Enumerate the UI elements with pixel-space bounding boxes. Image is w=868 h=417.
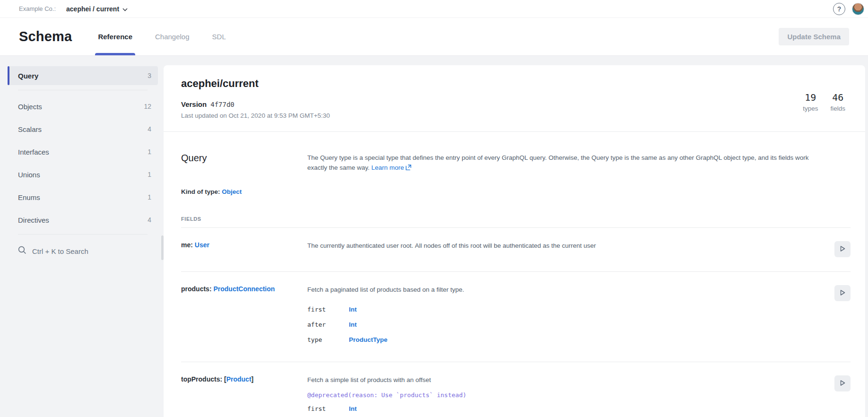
top-bar: Example Co.: acephei / current ?: [0, 0, 868, 18]
arg-type-link[interactable]: Int: [349, 306, 832, 313]
field-name: topProducts:: [181, 375, 224, 383]
arg-row: after Int: [307, 317, 832, 332]
field-row-me: me: User The currently authenticated use…: [181, 228, 851, 272]
kind-value-link[interactable]: Object: [222, 188, 242, 195]
sidebar-item-label: Interfaces: [18, 148, 49, 156]
sidebar-item-interfaces[interactable]: Interfaces 1: [8, 142, 158, 161]
kind-of-type-row: Kind of type: Object: [181, 188, 851, 195]
stat-value: 19: [803, 92, 818, 103]
sidebar-item-label: Scalars: [18, 125, 42, 133]
sidebar-divider: [18, 90, 148, 90]
sidebar-item-objects[interactable]: Objects 12: [8, 97, 158, 116]
arg-row: first Int: [307, 302, 832, 317]
sidebar-divider: [18, 234, 148, 235]
sidebar-item-query[interactable]: Query 3: [8, 66, 158, 85]
kind-label: Kind of type:: [181, 188, 222, 195]
page-header: Schema Reference Changelog SDL Update Sc…: [0, 18, 868, 56]
type-description: The Query type is a special type that de…: [307, 153, 827, 173]
tab-changelog[interactable]: Changelog: [155, 18, 190, 55]
stat-label: fields: [830, 105, 845, 112]
version-label: Version: [181, 100, 207, 108]
last-updated: Last updated on Oct 21, 2020 at 9:53 PM …: [181, 112, 846, 119]
stat-label: types: [803, 105, 818, 112]
sidebar-item-count: 1: [148, 148, 151, 156]
chevron-down-icon: [122, 5, 128, 13]
sidebar-item-count: 1: [148, 171, 151, 178]
bracket: ]: [252, 375, 254, 383]
sidebar-item-scalars[interactable]: Scalars 4: [8, 120, 158, 139]
field-row-products: products: ProductConnection Fetch a pagi…: [181, 272, 851, 362]
org-label: Example Co.:: [19, 5, 56, 12]
sidebar-item-count: 1: [148, 193, 151, 201]
field-description: Fetch a simple list of products with an …: [307, 375, 832, 385]
version-value: 4f77d0: [210, 101, 234, 108]
arg-row: type ProductType: [307, 332, 832, 348]
schema-reference-panel: acephei/current Version 4f77d0 Last upda…: [164, 65, 865, 417]
tab-label: Reference: [98, 33, 132, 41]
play-icon: [839, 380, 846, 388]
arg-name: first: [307, 405, 349, 412]
sidebar-item-label: Directives: [18, 216, 49, 224]
page-title: Schema: [19, 29, 72, 44]
type-name: Query: [181, 153, 307, 173]
tab-bar: Reference Changelog SDL: [98, 18, 226, 55]
graph-title: acephei/current: [181, 78, 846, 90]
sidebar-item-count: 4: [148, 216, 151, 224]
search-placeholder: Ctrl + K to Search: [32, 247, 88, 255]
stat-types: 19 types: [803, 92, 818, 112]
schema-search[interactable]: Ctrl + K to Search: [8, 241, 158, 256]
schema-stats: 19 types 46 fields: [803, 92, 845, 112]
field-signature: topProducts: [Product]: [181, 375, 307, 417]
sidebar-item-enums[interactable]: Enums 1: [8, 188, 158, 207]
tab-sdl[interactable]: SDL: [212, 18, 226, 55]
field-type-link[interactable]: Product: [226, 375, 252, 383]
sidebar-item-label: Enums: [18, 193, 40, 201]
arg-name: type: [307, 336, 349, 343]
field-description: The currently authenticated user root. A…: [307, 241, 832, 251]
avatar[interactable]: [852, 3, 864, 15]
sidebar-scrollbar[interactable]: [161, 235, 164, 260]
run-in-explorer-button[interactable]: [834, 285, 851, 301]
learn-more-link[interactable]: Learn more: [372, 164, 404, 171]
field-type-link[interactable]: ProductConnection: [213, 285, 275, 293]
tab-label: SDL: [212, 33, 226, 41]
field-args: first Int after Int type ProductType: [307, 302, 832, 348]
sidebar-item-unions[interactable]: Unions 1: [8, 165, 158, 184]
fields-section-label: FIELDS: [181, 216, 851, 222]
sidebar-item-count: 3: [148, 72, 151, 79]
sidebar-item-count: 12: [144, 103, 151, 110]
field-name: me:: [181, 241, 195, 249]
update-schema-button[interactable]: Update Schema: [779, 28, 849, 45]
run-in-explorer-button[interactable]: [834, 241, 851, 257]
sidebar-item-label: Objects: [18, 103, 42, 111]
field-description: Fetch a paginated list of products based…: [307, 285, 832, 295]
stat-value: 46: [830, 92, 845, 103]
arg-name: first: [307, 306, 349, 313]
field-type-link[interactable]: User: [195, 241, 209, 249]
arg-type-link[interactable]: ProductType: [349, 336, 832, 343]
play-icon: [839, 289, 846, 297]
tab-reference[interactable]: Reference: [98, 18, 132, 55]
deprecated-directive: @deprecated(reason: Use `products` inste…: [307, 391, 832, 399]
arg-type-link[interactable]: Int: [349, 405, 832, 412]
tab-label: Changelog: [155, 33, 190, 41]
graph-selector-dropdown[interactable]: acephei / current: [66, 5, 128, 13]
sidebar-item-count: 4: [148, 125, 151, 133]
arg-row: first Int: [307, 401, 832, 417]
graph-version-header: acephei/current Version 4f77d0 Last upda…: [164, 65, 865, 132]
run-in-explorer-button[interactable]: [834, 375, 851, 391]
sidebar-item-directives[interactable]: Directives 4: [8, 210, 158, 229]
graph-selector-label: acephei / current: [66, 5, 119, 13]
sidebar-item-label: Unions: [18, 171, 40, 179]
sidebar-item-label: Query: [18, 72, 38, 80]
help-glyph: ?: [837, 5, 842, 13]
help-icon[interactable]: ?: [833, 3, 845, 15]
field-args: first Int: [307, 401, 832, 417]
type-section-query: Query The Query type is a special type t…: [164, 132, 865, 417]
arg-type-link[interactable]: Int: [349, 321, 832, 328]
arg-name: after: [307, 321, 349, 328]
external-link-icon: [406, 163, 411, 173]
field-signature: me: User: [181, 241, 307, 257]
schema-sidebar: Query 3 Objects 12 Scalars 4 Interfaces …: [0, 56, 164, 417]
field-name: products:: [181, 285, 213, 293]
